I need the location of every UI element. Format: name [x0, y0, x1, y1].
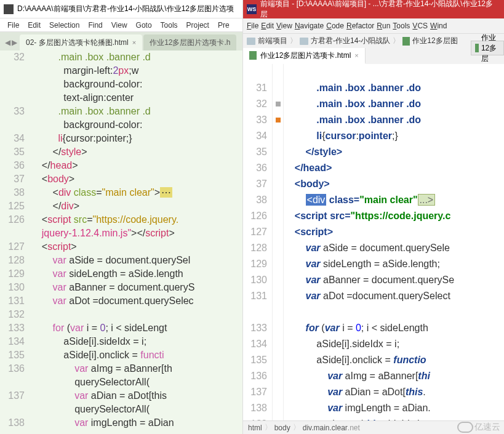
breadcrumb-item[interactable]: 方君君-作业14-小阳战队	[311, 36, 390, 46]
line-number[interactable]: 35	[243, 144, 267, 160]
tab-arrow-left-icon[interactable]: ◀	[5, 38, 10, 47]
line-number[interactable]: 135	[243, 352, 267, 368]
menu-item[interactable]: Goto	[132, 20, 156, 31]
menu-item[interactable]: Refactor	[346, 22, 374, 30]
line-number[interactable]: 32	[0, 50, 25, 64]
line-number[interactable]	[0, 227, 25, 240]
line-number[interactable]: 132	[0, 308, 25, 321]
gutter-mark[interactable]	[273, 96, 283, 112]
line-number[interactable]: 33	[243, 112, 267, 128]
line-number[interactable]: 134	[243, 336, 267, 352]
menu-item[interactable]: Pre	[214, 20, 233, 31]
line-number[interactable]: 36	[243, 160, 267, 176]
gutter-mark[interactable]	[273, 128, 283, 144]
line-number[interactable]: 31	[243, 80, 267, 96]
code-line[interactable]: <body>	[31, 172, 242, 186]
code-line[interactable]: <script>	[284, 224, 504, 240]
code-line[interactable]: </head>	[284, 160, 504, 176]
menu-item[interactable]: Tools	[157, 20, 182, 31]
structure-crumb[interactable]: html	[248, 424, 262, 432]
line-number[interactable]	[0, 78, 25, 91]
line-number[interactable]: 130	[0, 281, 25, 294]
gutter-mark[interactable]	[273, 416, 283, 420]
menu-item[interactable]: Project	[183, 20, 213, 31]
code-line[interactable]: var aSide = document.querySele	[284, 240, 504, 256]
menu-item[interactable]: View	[276, 22, 292, 30]
ws-breadcrumb-tab-extra[interactable]: 作业12多层	[471, 41, 504, 55]
gutter-mark[interactable]	[273, 400, 283, 416]
gutter-mark[interactable]	[273, 224, 283, 240]
line-number[interactable]: 127	[243, 224, 267, 240]
code-line[interactable]: .main .box .banner .d	[31, 105, 242, 118]
webstorm-code-lines[interactable]: .main .box .banner .do .main .box .banne…	[284, 64, 504, 420]
breadcrumb-item[interactable]: 作业12多层图	[412, 36, 457, 46]
line-number[interactable]: 130	[243, 272, 267, 288]
gutter-mark[interactable]	[273, 368, 283, 384]
code-line[interactable]: </style>	[31, 145, 242, 159]
code-line[interactable]: .main .box .banner .do	[284, 80, 504, 96]
code-line[interactable]: var aDian = aDot[this.	[284, 384, 504, 400]
tab-close-icon[interactable]: ×	[132, 39, 136, 46]
line-number[interactable]	[0, 91, 25, 105]
gutter-mark[interactable]	[273, 336, 283, 352]
gutter-mark[interactable]	[273, 288, 283, 304]
line-number[interactable]: 129	[243, 256, 267, 272]
gutter-mark[interactable]	[273, 144, 283, 160]
line-number[interactable]	[243, 64, 267, 80]
line-number[interactable]	[243, 304, 267, 320]
code-line[interactable]	[284, 64, 504, 80]
code-line[interactable]: var imgLength = aDian.	[284, 400, 504, 416]
line-number[interactable]: 136	[0, 362, 25, 376]
code-line[interactable]: var aDian = aDot[this	[31, 389, 242, 403]
code-line[interactable]: li{cursor:pointer;}	[31, 132, 242, 145]
gutter-mark[interactable]	[273, 304, 283, 320]
ws-tab-active[interactable]: 作业12多层图片选项卡.html ×	[243, 48, 366, 64]
ws-tab-close-icon[interactable]: ×	[354, 52, 358, 59]
code-line[interactable]: aSide[i].sideIdx = i;	[31, 335, 242, 348]
menu-item[interactable]: VCS	[412, 22, 428, 30]
line-number[interactable]: 128	[243, 240, 267, 256]
code-line[interactable]: var aDot =document.querySelect	[284, 288, 504, 304]
code-line[interactable]: <div class="main clear">⋯	[31, 186, 242, 199]
sublime-menubar[interactable]: FileEditSelectionFindViewGotoToolsProjec…	[0, 18, 242, 32]
menu-item[interactable]: Navigate	[295, 22, 324, 30]
code-line[interactable]: .main .box .banner .do	[284, 96, 504, 112]
line-number[interactable]: 137	[0, 389, 25, 403]
webstorm-breadcrumb-nav[interactable]: 前端项目〉方君君-作业14-小阳战队〉作业12多层图	[243, 33, 504, 48]
webstorm-titlebar[interactable]: WS 前端项目 - [D:\AAAAA\前端项目] - ...\方君君-作业14…	[243, 0, 504, 18]
line-number[interactable]: 126	[0, 213, 25, 227]
code-line[interactable]: for (var i = 0; i < sideLengt	[31, 321, 242, 335]
gutter-mark[interactable]	[273, 192, 283, 208]
gutter-mark[interactable]	[273, 80, 283, 96]
line-number[interactable]: 32	[243, 96, 267, 112]
code-line[interactable]: change(this.sideIdx,im	[284, 416, 504, 420]
code-line[interactable]: text-align:center	[31, 91, 242, 105]
gutter-mark[interactable]	[273, 176, 283, 192]
code-line[interactable]: var aBanner = document.queryS	[31, 281, 242, 294]
gutter-mark[interactable]	[273, 352, 283, 368]
sublime-gutter[interactable]: 3233343536373812512612712812913013113213…	[0, 50, 31, 434]
gutter-mark[interactable]	[273, 272, 283, 288]
line-number[interactable]: 38	[243, 192, 267, 208]
line-number[interactable]	[0, 376, 25, 389]
webstorm-gutter-marks[interactable]	[273, 64, 284, 420]
code-line[interactable]	[284, 304, 504, 320]
breadcrumb-item[interactable]: 前端项目	[258, 36, 287, 46]
menu-item[interactable]: Wind	[430, 22, 447, 30]
line-number[interactable]: 33	[0, 105, 25, 118]
structure-crumb[interactable]: body	[274, 424, 290, 432]
code-line[interactable]: </head>	[31, 159, 242, 172]
menu-item[interactable]: Edit	[24, 20, 44, 31]
code-line[interactable]: margin-left:2px;w	[31, 64, 242, 78]
code-line[interactable]: jquery-1.12.4.min.js"></script>	[31, 227, 242, 240]
line-number[interactable]: 127	[0, 240, 25, 254]
line-number[interactable]: 38	[0, 186, 25, 199]
line-number[interactable]	[0, 118, 25, 132]
code-line[interactable]: <div class="main clear"...>	[284, 192, 504, 208]
sublime-editor[interactable]: 3233343536373812512612712812913013113213…	[0, 50, 242, 434]
line-number[interactable]: 138	[243, 400, 267, 416]
code-line[interactable]: for (var i = 0; i < sideLength	[284, 320, 504, 336]
line-number[interactable]: 128	[0, 254, 25, 267]
sublime-code-lines[interactable]: .main .box .banner .d margin-left:2px;w …	[31, 50, 242, 434]
code-line[interactable]: querySelectorAll(	[31, 376, 242, 389]
